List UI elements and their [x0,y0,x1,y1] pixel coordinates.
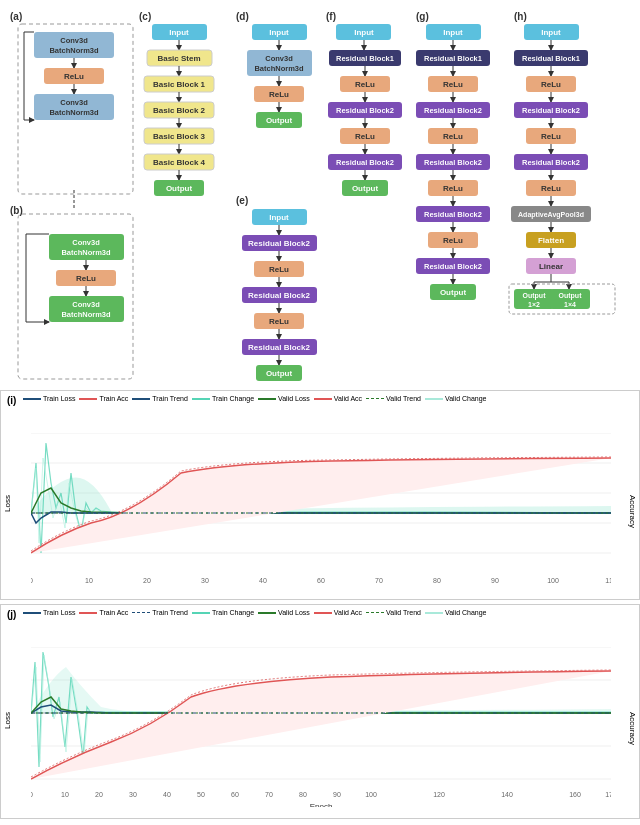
svg-text:ReLu: ReLu [443,132,463,141]
svg-text:ReLu: ReLu [355,80,375,89]
svg-text:Output: Output [266,369,293,378]
legend-j-train-loss: Train Loss [23,609,75,616]
svg-text:Output: Output [352,184,379,193]
svg-text:Basic Block 2: Basic Block 2 [153,106,206,115]
legend-train-loss: Train Loss [23,395,75,402]
svg-text:Residual Block2: Residual Block2 [424,262,482,271]
svg-text:ReLu: ReLu [443,184,463,193]
legend-j-valid-change: Valid Change [425,609,487,616]
svg-text:(h): (h) [514,11,527,22]
svg-text:Input: Input [269,213,289,222]
svg-text:BatchNorm3d: BatchNorm3d [49,108,99,117]
svg-text:20: 20 [95,791,103,798]
svg-text:40: 40 [163,791,171,798]
svg-text:50: 50 [197,791,205,798]
svg-text:Linear: Linear [539,262,563,271]
chart-j-svg: 200 100 0 -50 -100 1.0 0.9 0.7 0.5 0 10 … [31,647,611,807]
svg-text:Input: Input [354,28,374,37]
svg-text:Residual Block2: Residual Block2 [522,106,580,115]
legend-valid-change: Valid Change [425,395,487,402]
svg-text:(d): (d) [236,11,249,22]
chart-j: (j) Train Loss Train Acc Train Trend Tra… [0,604,640,819]
svg-text:80: 80 [433,577,441,584]
svg-text:ReLu: ReLu [541,132,561,141]
legend-train-acc: Train Acc [79,395,128,402]
legend-valid-acc: Valid Acc [314,395,362,402]
svg-text:Conv3d: Conv3d [265,54,293,63]
svg-text:Basic Block 1: Basic Block 1 [153,80,206,89]
legend-j-train-change: Train Change [192,609,254,616]
svg-text:20: 20 [143,577,151,584]
svg-text:Output: Output [266,116,293,125]
svg-text:ReLu: ReLu [355,132,375,141]
svg-text:Output: Output [166,184,193,193]
legend-j-train-acc: Train Acc [79,609,128,616]
chart-i: (i) Train Loss Train Acc Train Trend Tra… [0,390,640,600]
svg-text:(b): (b) [10,205,23,216]
svg-text:ReLu: ReLu [541,80,561,89]
chart-j-label: (j) [7,609,16,620]
svg-text:Conv3d: Conv3d [72,238,100,247]
chart-i-svg: 100 50 0 -25 -50 1.0 0.6 0.2 0 10 20 30 … [31,433,611,588]
svg-text:0: 0 [31,577,33,584]
svg-text:Input: Input [269,28,289,37]
svg-text:BatchNorm3d: BatchNorm3d [61,248,111,257]
svg-text:10: 10 [85,577,93,584]
legend-valid-loss: Valid Loss [258,395,310,402]
svg-text:30: 30 [129,791,137,798]
svg-text:Residual Block2: Residual Block2 [424,158,482,167]
svg-text:ReLu: ReLu [76,274,96,283]
svg-text:ReLu: ReLu [443,80,463,89]
svg-text:Input: Input [169,28,189,37]
svg-text:Conv3d: Conv3d [72,300,100,309]
chart-j-y-left: Loss [3,712,12,729]
svg-text:(e): (e) [236,195,248,206]
svg-text:ReLu: ReLu [541,184,561,193]
svg-text:1×4: 1×4 [564,301,576,308]
svg-text:100: 100 [547,577,559,584]
svg-text:110: 110 [605,577,611,584]
svg-text:60: 60 [231,791,239,798]
legend-j-valid-trend: Valid Trend [366,609,421,616]
chart-j-legend: Train Loss Train Acc Train Trend Train C… [23,609,487,616]
main-container: (a) (b) (c) (d) (e) (f) (g) (h) Conv3d B… [0,0,640,825]
svg-text:(f): (f) [326,11,336,22]
svg-text:Basic Block 4: Basic Block 4 [153,158,206,167]
legend-j-valid-loss: Valid Loss [258,609,310,616]
svg-text:Output: Output [440,288,467,297]
svg-text:Residual Block1: Residual Block1 [424,54,482,63]
svg-text:80: 80 [299,791,307,798]
svg-text:Basic Block 3: Basic Block 3 [153,132,206,141]
svg-text:1×2: 1×2 [528,301,540,308]
svg-text:Residual Block2: Residual Block2 [336,158,394,167]
svg-text:Residual Block2: Residual Block2 [248,291,310,300]
legend-train-trend: Train Trend [132,395,188,402]
svg-text:BatchNorm3d: BatchNorm3d [61,310,111,319]
svg-text:Residual Block1: Residual Block1 [522,54,580,63]
svg-text:Epoch: Epoch [310,586,333,588]
svg-text:Basic Stem: Basic Stem [157,54,200,63]
svg-text:70: 70 [265,791,273,798]
svg-text:Residual Block2: Residual Block2 [522,158,580,167]
svg-text:70: 70 [375,577,383,584]
svg-text:Flatten: Flatten [538,236,564,245]
legend-j-valid-acc: Valid Acc [314,609,362,616]
svg-text:Output: Output [523,292,547,300]
legend-train-change: Train Change [192,395,254,402]
svg-text:ReLu: ReLu [64,72,84,81]
legend-valid-trend: Valid Trend [366,395,421,402]
svg-text:90: 90 [491,577,499,584]
svg-text:ReLu: ReLu [269,265,289,274]
chart-i-y-left: Loss [3,495,12,512]
svg-text:40: 40 [259,577,267,584]
svg-text:Residual Block2: Residual Block2 [424,210,482,219]
svg-text:Residual Block2: Residual Block2 [248,239,310,248]
svg-text:Epoch: Epoch [310,802,333,807]
svg-text:Input: Input [443,28,463,37]
svg-text:Residual Block2: Residual Block2 [248,343,310,352]
chart-i-y-right: Accuracy [628,495,637,528]
svg-text:ReLu: ReLu [269,90,289,99]
svg-text:60: 60 [317,577,325,584]
top-diagrams: (a) (b) (c) (d) (e) (f) (g) (h) Conv3d B… [4,4,640,394]
svg-text:(g): (g) [416,11,429,22]
